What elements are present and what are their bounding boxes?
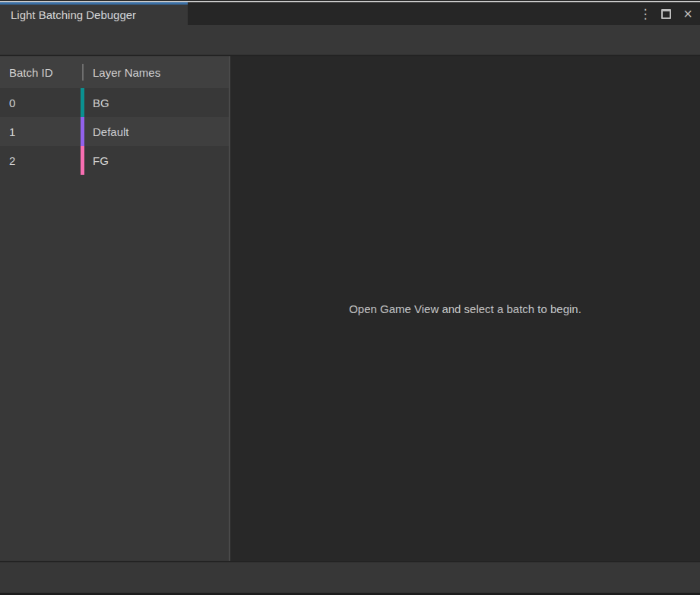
batch-row-2[interactable]: 2 FG: [0, 146, 229, 175]
batch-list-panel: Batch ID Layer Names 0 BG 1 Default 2 FG: [0, 56, 229, 561]
layer-names-cell: FG: [93, 146, 109, 175]
light-batching-debugger-window: Light Batching Debugger ⋮ × Batch ID Lay…: [0, 0, 700, 595]
batch-row-1[interactable]: 1 Default: [0, 117, 229, 146]
tab-light-batching-debugger[interactable]: Light Batching Debugger: [0, 2, 188, 25]
batch-table-header: Batch ID Layer Names: [0, 56, 229, 88]
window-controls: ⋮ ×: [640, 2, 694, 25]
batch-color-strip: [81, 146, 84, 175]
layer-names-cell: Default: [93, 117, 129, 146]
column-header-layer-names: Layer Names: [93, 56, 160, 88]
batch-id-cell: 1: [9, 117, 15, 146]
maximize-icon[interactable]: [661, 9, 671, 19]
toolbar: [0, 25, 700, 55]
batch-color-strip: [81, 117, 84, 146]
tab-bar: Light Batching Debugger ⋮ ×: [0, 2, 700, 25]
status-bar: [0, 562, 700, 593]
column-header-batch-id: Batch ID: [9, 56, 53, 88]
kebab-menu-icon[interactable]: ⋮: [640, 6, 651, 22]
batch-row-0[interactable]: 0 BG: [0, 88, 229, 117]
close-icon[interactable]: ×: [682, 6, 694, 21]
batch-detail-panel: Open Game View and select a batch to beg…: [230, 56, 700, 561]
batch-id-cell: 0: [9, 88, 15, 117]
column-divider[interactable]: [82, 64, 84, 81]
tab-title: Light Batching Debugger: [11, 5, 182, 25]
batch-color-strip: [81, 88, 84, 117]
main-area: Batch ID Layer Names 0 BG 1 Default 2 FG: [0, 56, 700, 561]
empty-state-message: Open Game View and select a batch to beg…: [349, 302, 581, 315]
batch-id-cell: 2: [9, 146, 15, 175]
layer-names-cell: BG: [93, 88, 109, 117]
